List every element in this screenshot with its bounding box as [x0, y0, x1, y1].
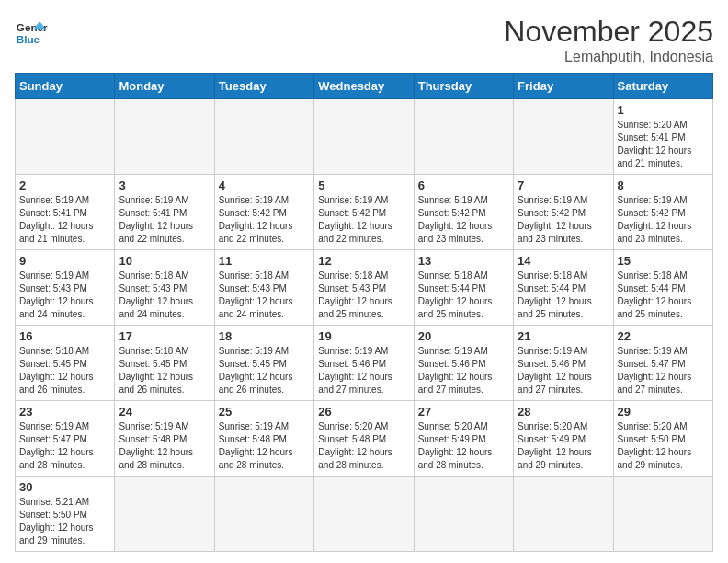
calendar-cell [613, 477, 712, 552]
calendar-cell: 7Sunrise: 5:19 AM Sunset: 5:42 PM Daylig… [514, 175, 613, 250]
day-number: 23 [19, 405, 110, 419]
calendar-cell: 10Sunrise: 5:18 AM Sunset: 5:43 PM Dayli… [115, 250, 214, 326]
week-row-3: 9Sunrise: 5:19 AM Sunset: 5:43 PM Daylig… [16, 250, 713, 326]
day-number: 11 [219, 254, 310, 268]
weekday-header-tuesday: Tuesday [214, 74, 313, 99]
calendar-cell [314, 99, 414, 175]
day-number: 20 [418, 329, 509, 343]
calendar-cell: 25Sunrise: 5:19 AM Sunset: 5:48 PM Dayli… [214, 401, 313, 477]
day-info: Sunrise: 5:18 AM Sunset: 5:44 PM Dayligh… [418, 270, 509, 321]
day-info: Sunrise: 5:20 AM Sunset: 5:49 PM Dayligh… [518, 420, 609, 472]
day-number: 19 [318, 329, 409, 343]
calendar-cell: 9Sunrise: 5:19 AM Sunset: 5:43 PM Daylig… [16, 250, 115, 326]
day-info: Sunrise: 5:19 AM Sunset: 5:48 PM Dayligh… [119, 420, 210, 472]
day-info: Sunrise: 5:18 AM Sunset: 5:43 PM Dayligh… [219, 270, 310, 321]
day-info: Sunrise: 5:18 AM Sunset: 5:44 PM Dayligh… [618, 270, 709, 321]
day-info: Sunrise: 5:19 AM Sunset: 5:42 PM Dayligh… [518, 194, 609, 246]
calendar-table: SundayMondayTuesdayWednesdayThursdayFrid… [15, 73, 713, 552]
calendar-cell: 8Sunrise: 5:19 AM Sunset: 5:42 PM Daylig… [613, 175, 712, 250]
day-info: Sunrise: 5:18 AM Sunset: 5:43 PM Dayligh… [318, 270, 409, 321]
day-number: 10 [119, 254, 210, 268]
day-number: 24 [119, 405, 210, 419]
calendar-cell: 22Sunrise: 5:19 AM Sunset: 5:47 PM Dayli… [613, 326, 712, 401]
page-header: General Blue November 2025 Lemahputih, I… [15, 15, 713, 65]
calendar-cell: 5Sunrise: 5:19 AM Sunset: 5:42 PM Daylig… [314, 175, 414, 250]
calendar-cell [514, 99, 613, 175]
calendar-cell: 27Sunrise: 5:20 AM Sunset: 5:49 PM Dayli… [414, 401, 513, 477]
day-info: Sunrise: 5:19 AM Sunset: 5:43 PM Dayligh… [19, 270, 110, 321]
day-info: Sunrise: 5:19 AM Sunset: 5:47 PM Dayligh… [19, 420, 110, 472]
day-number: 8 [618, 178, 709, 192]
week-row-5: 23Sunrise: 5:19 AM Sunset: 5:47 PM Dayli… [16, 401, 713, 477]
calendar-cell: 3Sunrise: 5:19 AM Sunset: 5:41 PM Daylig… [115, 175, 214, 250]
week-row-2: 2Sunrise: 5:19 AM Sunset: 5:41 PM Daylig… [16, 175, 713, 250]
calendar-title: November 2025 [504, 15, 713, 49]
day-info: Sunrise: 5:19 AM Sunset: 5:41 PM Dayligh… [119, 194, 210, 246]
calendar-cell: 1Sunrise: 5:20 AM Sunset: 5:41 PM Daylig… [613, 99, 712, 175]
calendar-cell [115, 477, 214, 552]
week-row-6: 30Sunrise: 5:21 AM Sunset: 5:50 PM Dayli… [16, 477, 713, 552]
day-number: 21 [518, 329, 609, 343]
svg-text:Blue: Blue [17, 33, 40, 45]
day-number: 26 [318, 405, 409, 419]
calendar-cell [214, 99, 313, 175]
day-info: Sunrise: 5:19 AM Sunset: 5:42 PM Dayligh… [318, 194, 409, 246]
day-info: Sunrise: 5:18 AM Sunset: 5:43 PM Dayligh… [119, 270, 210, 321]
day-info: Sunrise: 5:18 AM Sunset: 5:45 PM Dayligh… [119, 345, 210, 396]
calendar-cell [514, 477, 613, 552]
day-number: 27 [418, 405, 509, 419]
day-info: Sunrise: 5:19 AM Sunset: 5:46 PM Dayligh… [418, 345, 509, 396]
calendar-cell: 17Sunrise: 5:18 AM Sunset: 5:45 PM Dayli… [115, 326, 214, 401]
day-number: 28 [518, 405, 609, 419]
calendar-cell: 2Sunrise: 5:19 AM Sunset: 5:41 PM Daylig… [16, 175, 115, 250]
day-number: 16 [19, 329, 110, 343]
calendar-cell: 23Sunrise: 5:19 AM Sunset: 5:47 PM Dayli… [16, 401, 115, 477]
weekday-header-wednesday: Wednesday [314, 74, 414, 99]
day-info: Sunrise: 5:18 AM Sunset: 5:45 PM Dayligh… [19, 345, 110, 396]
day-number: 9 [19, 254, 110, 268]
day-number: 29 [618, 405, 709, 419]
day-info: Sunrise: 5:19 AM Sunset: 5:47 PM Dayligh… [618, 345, 709, 396]
day-info: Sunrise: 5:19 AM Sunset: 5:46 PM Dayligh… [318, 345, 409, 396]
calendar-cell: 19Sunrise: 5:19 AM Sunset: 5:46 PM Dayli… [314, 326, 414, 401]
day-number: 22 [618, 329, 709, 343]
calendar-cell: 14Sunrise: 5:18 AM Sunset: 5:44 PM Dayli… [514, 250, 613, 326]
calendar-cell [414, 99, 513, 175]
calendar-subtitle: Lemahputih, Indonesia [504, 49, 713, 65]
day-info: Sunrise: 5:19 AM Sunset: 5:42 PM Dayligh… [618, 194, 709, 246]
day-number: 3 [119, 178, 210, 192]
day-number: 5 [318, 178, 409, 192]
day-info: Sunrise: 5:21 AM Sunset: 5:50 PM Dayligh… [19, 496, 110, 547]
calendar-cell [214, 477, 313, 552]
week-row-1: 1Sunrise: 5:20 AM Sunset: 5:41 PM Daylig… [16, 99, 713, 175]
calendar-cell: 11Sunrise: 5:18 AM Sunset: 5:43 PM Dayli… [214, 250, 313, 326]
day-info: Sunrise: 5:20 AM Sunset: 5:41 PM Dayligh… [618, 119, 709, 170]
calendar-cell: 12Sunrise: 5:18 AM Sunset: 5:43 PM Dayli… [314, 250, 414, 326]
calendar-cell: 15Sunrise: 5:18 AM Sunset: 5:44 PM Dayli… [613, 250, 712, 326]
calendar-cell: 21Sunrise: 5:19 AM Sunset: 5:46 PM Dayli… [514, 326, 613, 401]
day-number: 15 [618, 254, 709, 268]
calendar-cell: 16Sunrise: 5:18 AM Sunset: 5:45 PM Dayli… [16, 326, 115, 401]
calendar-cell: 26Sunrise: 5:20 AM Sunset: 5:48 PM Dayli… [314, 401, 414, 477]
calendar-cell: 30Sunrise: 5:21 AM Sunset: 5:50 PM Dayli… [16, 477, 115, 552]
calendar-cell [115, 99, 214, 175]
weekday-header-sunday: Sunday [16, 74, 115, 99]
day-number: 18 [219, 329, 310, 343]
day-info: Sunrise: 5:19 AM Sunset: 5:41 PM Dayligh… [19, 194, 110, 246]
calendar-cell: 29Sunrise: 5:20 AM Sunset: 5:50 PM Dayli… [613, 401, 712, 477]
week-row-4: 16Sunrise: 5:18 AM Sunset: 5:45 PM Dayli… [16, 326, 713, 401]
weekday-header-row: SundayMondayTuesdayWednesdayThursdayFrid… [16, 74, 713, 99]
day-number: 7 [518, 178, 609, 192]
logo: General Blue [15, 15, 48, 48]
day-number: 6 [418, 178, 509, 192]
calendar-cell: 13Sunrise: 5:18 AM Sunset: 5:44 PM Dayli… [414, 250, 513, 326]
day-info: Sunrise: 5:20 AM Sunset: 5:49 PM Dayligh… [418, 420, 509, 472]
calendar-cell: 6Sunrise: 5:19 AM Sunset: 5:42 PM Daylig… [414, 175, 513, 250]
calendar-cell: 4Sunrise: 5:19 AM Sunset: 5:42 PM Daylig… [214, 175, 313, 250]
logo-icon: General Blue [15, 15, 48, 48]
title-block: November 2025 Lemahputih, Indonesia [504, 15, 713, 65]
day-number: 14 [518, 254, 609, 268]
day-info: Sunrise: 5:19 AM Sunset: 5:46 PM Dayligh… [518, 345, 609, 396]
day-number: 17 [119, 329, 210, 343]
day-info: Sunrise: 5:19 AM Sunset: 5:48 PM Dayligh… [219, 420, 310, 472]
